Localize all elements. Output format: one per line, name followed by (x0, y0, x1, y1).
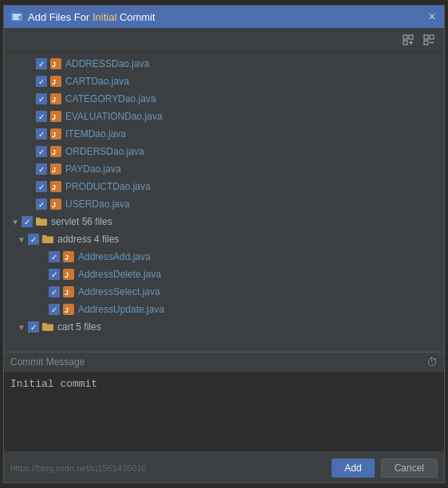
item-label: USERDao.java (65, 199, 130, 210)
checkbox-item[interactable]: ✓ (36, 128, 47, 140)
checkbox-cart-folder[interactable]: ✓ (28, 321, 39, 333)
java-file-icon: J (49, 145, 62, 158)
list-item[interactable]: ✓ J ADDRESSDao.java (4, 55, 444, 73)
toolbar (4, 28, 444, 52)
commit-section: Commit Message ⏱ Initial commit (4, 352, 444, 454)
java-file-icon: J (49, 163, 62, 175)
svg-rect-9 (424, 35, 428, 39)
list-item[interactable]: ✓ J CARTDao.java (4, 73, 444, 90)
dialog-title: Add Files For Initial Commit (28, 11, 426, 23)
dialog-icon (10, 10, 23, 23)
svg-rect-1 (13, 14, 21, 16)
list-item[interactable]: ✓ J USERDao.java (4, 195, 444, 213)
expand-all-button[interactable] (399, 31, 417, 49)
java-file-icon: J (49, 75, 62, 88)
item-label: EVALUATIONDao.java (65, 111, 163, 122)
svg-text:J: J (52, 131, 56, 139)
svg-text:J: J (65, 306, 69, 314)
item-label: address 4 files (57, 234, 119, 245)
item-label: ITEMDao.java (65, 128, 126, 140)
list-item[interactable]: ▼ ✓ address 4 files (4, 230, 444, 248)
checkbox-addr-del[interactable]: ✓ (49, 269, 60, 280)
item-label: PAYDao.java (65, 163, 121, 175)
item-label: AddressUpdate.java (78, 304, 164, 315)
title-bar: Add Files For Initial Commit × (4, 6, 444, 28)
expand-arrow: ▼ (17, 234, 26, 244)
list-item[interactable]: ✓ J ORDERSDao.java (4, 143, 444, 160)
checkbox-addr-upd[interactable]: ✓ (49, 304, 60, 315)
list-item[interactable]: ▼ ✓ servlet 56 files (4, 213, 444, 230)
svg-rect-6 (403, 41, 407, 45)
checkbox-eval[interactable]: ✓ (36, 111, 47, 122)
svg-text:J: J (65, 254, 69, 262)
checkbox-pay[interactable]: ✓ (36, 163, 47, 175)
java-file-icon: J (49, 92, 62, 105)
list-item[interactable]: ✓ J AddressAdd.java (4, 248, 444, 266)
java-file-icon: J (49, 180, 62, 193)
add-files-dialog: Add Files For Initial Commit × (3, 5, 445, 483)
checkbox-user[interactable]: ✓ (36, 199, 47, 210)
checkbox-servlet[interactable]: ✓ (22, 216, 33, 227)
item-label: CATEGORYDao.java (65, 93, 156, 104)
item-label: AddressAdd.java (78, 251, 151, 262)
button-row: https://blog.csdn.net/cj1561435010 Add C… (4, 454, 444, 482)
checkbox-orders[interactable]: ✓ (36, 146, 47, 157)
add-button[interactable]: Add (332, 458, 374, 478)
java-file-icon: J (62, 285, 75, 298)
commit-message-input[interactable]: Initial commit (4, 372, 444, 451)
java-file-icon: J (49, 198, 62, 211)
svg-text:J: J (65, 289, 69, 297)
checkbox-category[interactable]: ✓ (36, 93, 47, 104)
svg-text:J: J (52, 201, 56, 209)
list-item[interactable]: ✓ J PAYDao.java (4, 160, 444, 178)
svg-rect-3 (13, 18, 19, 20)
item-label: AddressDelete.java (78, 269, 161, 280)
commit-header: Commit Message ⏱ (4, 352, 444, 372)
list-item[interactable]: ✓ J AddressSelect.java (4, 283, 444, 301)
svg-text:J: J (52, 78, 56, 86)
file-tree[interactable]: ✓ J ADDRESSDao.java ✓ J CARTDao.java ✓ J… (4, 52, 444, 352)
list-item[interactable]: ✓ J CATEGORYDao.java (4, 90, 444, 108)
java-file-icon: J (49, 128, 62, 140)
item-label: CARTDao.java (65, 76, 129, 87)
java-file-icon: J (49, 110, 62, 123)
expand-arrow: ▼ (10, 217, 20, 226)
list-item[interactable]: ✓ J AddressDelete.java (4, 266, 444, 283)
svg-text:J: J (52, 96, 56, 104)
item-label: PRODUCTDao.java (65, 181, 151, 192)
checkbox-addr-sel[interactable]: ✓ (49, 286, 60, 297)
list-item[interactable]: ✓ J PRODUCTDao.java (4, 178, 444, 195)
svg-rect-5 (409, 35, 413, 39)
list-item[interactable]: ▼ ✓ cart 5 files (4, 318, 444, 336)
svg-text:J: J (52, 113, 56, 121)
svg-rect-11 (424, 41, 428, 45)
commit-message-label: Commit Message (10, 356, 84, 368)
checkbox-addr-add[interactable]: ✓ (49, 251, 60, 262)
folder-icon (41, 233, 54, 246)
expand-arrow: ▼ (17, 322, 26, 332)
folder-icon (41, 321, 54, 333)
folder-icon (35, 215, 48, 228)
cancel-button[interactable]: Cancel (381, 458, 438, 478)
clock-icon: ⏱ (426, 356, 438, 368)
item-label: cart 5 files (57, 321, 101, 333)
java-file-icon: J (62, 303, 75, 316)
list-item[interactable]: ✓ J AddressUpdate.java (4, 301, 444, 318)
collapse-all-button[interactable] (420, 31, 438, 49)
java-file-icon: J (62, 268, 75, 281)
checkbox-product[interactable]: ✓ (36, 181, 47, 192)
item-label: AddressSelect.java (78, 286, 160, 297)
list-item[interactable]: ✓ J ITEMDao.java (4, 125, 444, 143)
item-label: servlet 56 files (51, 216, 112, 227)
checkbox-addr[interactable]: ✓ (36, 58, 47, 69)
item-label: ADDRESSDao.java (65, 58, 149, 69)
close-button[interactable]: × (426, 11, 438, 22)
list-item[interactable]: ✓ J EVALUATIONDao.java (4, 108, 444, 125)
checkbox-address-folder[interactable]: ✓ (28, 234, 39, 245)
checkbox-cart[interactable]: ✓ (36, 76, 47, 87)
svg-text:J: J (52, 61, 56, 69)
svg-text:J: J (52, 166, 56, 174)
svg-rect-4 (403, 35, 407, 39)
java-file-icon: J (49, 57, 62, 70)
svg-rect-10 (430, 35, 434, 39)
